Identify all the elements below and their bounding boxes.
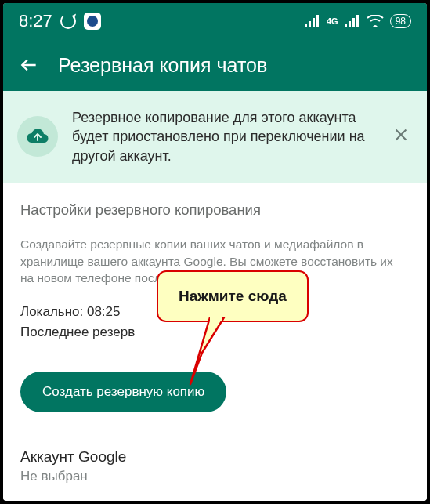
google-account-row[interactable]: Аккаунт Google Не выбран (20, 448, 410, 484)
signal2-icon (345, 15, 360, 27)
last-backup-line: Последнее резерв (20, 325, 410, 340)
back-arrow-icon[interactable] (19, 55, 39, 75)
network-4g-icon: 4G (327, 16, 338, 26)
svg-rect-6 (352, 18, 355, 27)
wifi-icon (367, 15, 384, 27)
content-area: Настройки резервного копирования Создава… (3, 183, 427, 484)
close-icon[interactable] (389, 123, 413, 150)
section-title: Настройки резервного копирования (20, 201, 410, 219)
refresh-icon (60, 13, 76, 29)
svg-rect-0 (305, 24, 307, 27)
svg-rect-5 (349, 21, 351, 27)
google-account-value: Не выбран (20, 469, 410, 484)
app-indicator-icon (84, 13, 101, 30)
svg-rect-1 (309, 21, 311, 27)
info-banner: Резервное копирование для этого аккаунта… (3, 91, 427, 183)
app-bar: Резервная копия чатов (3, 39, 427, 91)
page-title: Резервная копия чатов (58, 54, 267, 77)
local-backup-line: Локально: 08:25 (20, 304, 410, 320)
signal-icon (305, 15, 320, 27)
create-backup-button[interactable]: Создать резервную копию (20, 372, 226, 412)
section-description: Создавайте резервные копии ваших чатов и… (20, 236, 410, 287)
svg-rect-4 (345, 24, 347, 27)
status-left: 8:27 (19, 11, 101, 31)
svg-rect-3 (316, 15, 319, 27)
google-account-label: Аккаунт Google (20, 448, 410, 466)
device-frame: 8:27 4G 98 Резервная копия чатов Резервн… (0, 0, 430, 504)
status-bar: 8:27 4G 98 (3, 3, 427, 39)
status-time: 8:27 (19, 11, 52, 31)
svg-rect-2 (313, 18, 315, 27)
banner-text: Резервное копирование для этого аккаунта… (72, 108, 375, 165)
status-right: 4G 98 (305, 14, 411, 28)
svg-rect-7 (356, 15, 359, 27)
cloud-upload-icon (17, 116, 58, 157)
battery-indicator: 98 (390, 14, 411, 28)
